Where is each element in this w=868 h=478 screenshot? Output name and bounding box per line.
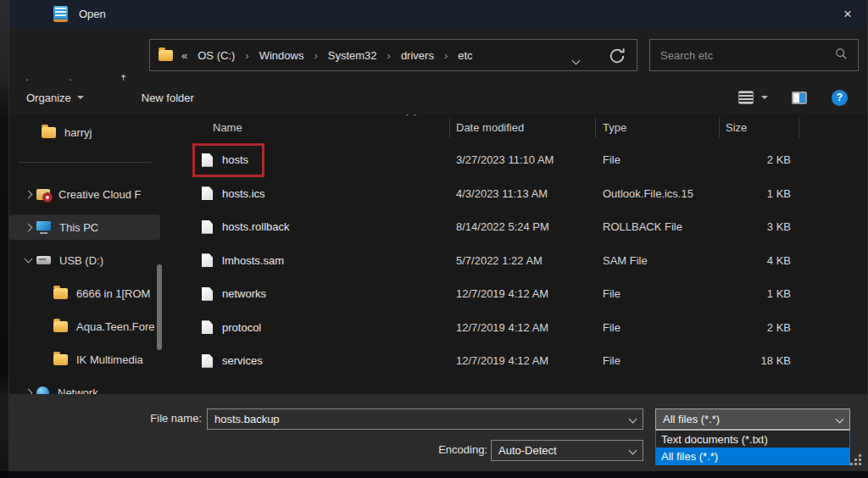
breadcrumb-item[interactable]: Windows › [256,47,325,64]
sidebar-item-icon [36,386,49,395]
file-name-box[interactable]: services [195,347,276,375]
change-view-button[interactable] [738,91,768,104]
view-dropdown-icon [761,96,768,99]
file-date-modified: 12/7/2019 4:12 AM [450,354,596,367]
file-row[interactable]: networks 12/7/2019 4:12 AM File 1 KB [189,277,860,311]
sidebar-item[interactable]: IK Multimedia [9,347,160,372]
organize-label: Organize [26,92,71,104]
expand-chevron-icon[interactable] [19,181,36,207]
file-type-option[interactable]: Text documents (*.txt) [656,431,849,447]
sidebar-item-label: Creative Cloud F [58,188,142,201]
breadcrumb-label[interactable]: System32 [325,47,381,64]
breadcrumb-label[interactable]: drivers [398,47,437,64]
file-date-modified: 12/7/2019 4:12 AM [450,287,596,300]
search-icon[interactable] [835,47,848,64]
breadcrumb-label[interactable]: etc [454,47,476,64]
file-row[interactable]: hosts.rollback 8/14/2022 5:24 PM ROLLBAC… [189,210,860,244]
expand-chevron-icon[interactable] [36,281,53,306]
expand-chevron-icon[interactable] [19,214,36,240]
refresh-icon[interactable] [608,47,628,67]
encoding-combobox[interactable]: Auto-Detect [491,440,643,461]
file-name-label: File name: [9,412,202,425]
file-row[interactable]: hosts 3/27/2023 11:10 AM File 2 KB [189,143,860,177]
breadcrumb-separator-icon: › [437,49,454,62]
sidebar-item-icon [36,221,51,231]
file-name-combobox [207,409,643,430]
address-bar[interactable]: « OS (C:) › Windows › System32 › [149,39,637,71]
file-row[interactable]: protocol 12/7/2019 4:12 AM File 2 KB [189,311,860,345]
sidebar-item[interactable]: USB (D:) [9,247,160,273]
close-button[interactable]: × [828,0,867,28]
new-folder-button[interactable]: New folder [133,86,203,109]
organize-dropdown-icon [77,96,84,99]
file-name-box[interactable]: lmhosts.sam [195,246,298,275]
file-name: hosts.ics [222,187,265,200]
search-input[interactable] [650,49,835,62]
breadcrumb-item[interactable]: drivers › [398,47,454,64]
expand-chevron-icon[interactable] [19,380,36,394]
organize-button[interactable]: Organize [18,86,92,109]
column-header-size[interactable]: Size [720,117,799,138]
preview-pane-icon[interactable] [792,92,807,104]
file-row[interactable]: services 12/7/2019 4:12 AM File 18 KB [189,344,860,378]
sidebar-item-icon [36,256,51,264]
file-type: ROLLBACK File [596,220,720,233]
file-icon [202,186,213,200]
title-bar: Open × [9,0,867,28]
resize-grip[interactable] [850,454,862,466]
navigation-pane: harryj Creative Cloud F This PC [9,114,175,394]
breadcrumb-item[interactable]: etc › [454,47,476,64]
encoding-label: Encoding: [9,443,487,456]
sidebar-item-label: Aqua.Teen.Fore [76,320,155,333]
file-name: hosts [222,153,248,166]
file-date-modified: 12/7/2019 4:12 AM [450,321,596,334]
expand-chevron-icon[interactable] [19,247,36,273]
breadcrumb-overflow-chevron[interactable]: « [181,49,187,62]
sidebar-item-label: USB (D:) [59,254,103,267]
breadcrumb-item[interactable]: OS (C:) › [194,47,255,64]
file-name-box[interactable]: protocol [195,313,275,342]
file-row[interactable]: hosts.ics 4/3/2023 11:13 AM Outlook.File… [189,177,860,211]
expand-chevron-icon[interactable] [25,119,42,145]
file-name-box[interactable]: hosts.ics [195,179,279,208]
column-header-date-modified[interactable]: Date modified [450,117,596,138]
file-name-box[interactable]: networks [195,280,280,308]
help-icon[interactable]: ? [832,90,848,106]
sidebar-item[interactable]: Network [9,380,160,394]
file-type: File [596,287,720,300]
file-type: Outlook.File.ics.15 [596,187,720,200]
encoding-value: Auto-Detect [498,444,557,457]
sidebar-item[interactable]: This PC [9,214,160,240]
sidebar-item-icon [36,189,50,200]
expand-chevron-icon[interactable] [36,314,53,339]
file-type-combobox[interactable]: All files (*.*) [655,409,850,430]
file-row[interactable]: lmhosts.sam 5/7/2022 1:22 AM SAM File 4 … [189,244,860,278]
file-type: File [596,354,720,367]
breadcrumb-separator-icon: › [307,49,324,62]
breadcrumb-label[interactable]: Windows [256,47,308,64]
sidebar-item[interactable]: Creative Cloud F [9,181,160,207]
file-size: 1 KB [720,287,799,300]
file-type-dropdown: Text documents (*.txt) All files (*.*) [655,430,850,465]
file-name-box[interactable]: hosts.rollback [195,213,303,242]
file-size: 4 KB [720,254,799,267]
file-type-option[interactable]: All files (*.*) [656,447,849,464]
breadcrumb-label[interactable]: OS (C:) [194,47,238,64]
sidebar-item[interactable]: Aqua.Teen.Fore [9,314,160,339]
file-name-input[interactable] [207,409,643,430]
breadcrumb-item[interactable]: System32 › [325,47,398,64]
sidebar-scrollbar[interactable] [157,264,162,350]
file-name-box[interactable]: hosts [195,146,262,175]
address-dropdown-chevron[interactable] [573,52,579,67]
file-icon [202,220,213,234]
column-header-type[interactable]: Type [596,117,720,138]
search-box [649,39,859,71]
sidebar-item[interactable]: harryj [9,119,160,145]
background-window-edge [0,0,8,478]
sidebar-item[interactable]: 6666 in 1[ROM [9,281,160,306]
sidebar-item-icon [53,321,68,332]
sidebar-item-label: harryj [64,126,92,139]
file-type: SAM File [596,254,720,267]
file-name: hosts.rollback [222,220,289,233]
expand-chevron-icon[interactable] [36,347,53,372]
